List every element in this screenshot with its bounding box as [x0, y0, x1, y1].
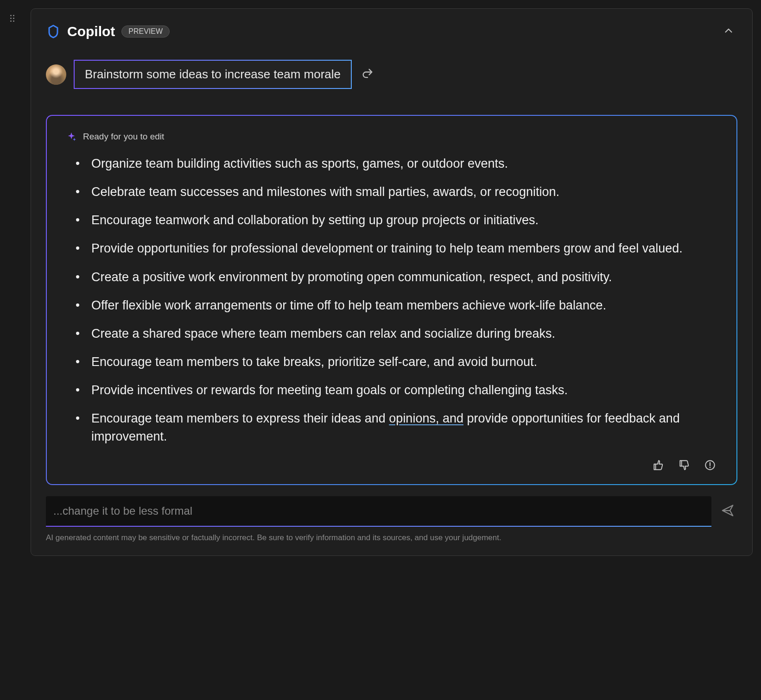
send-button[interactable] — [718, 501, 737, 522]
list-item[interactable]: Organize team building activities such a… — [78, 155, 717, 173]
list-item[interactable]: Offer flexible work arrangements or time… — [78, 296, 717, 315]
list-item[interactable]: Provide incentives or rewards for meetin… — [78, 381, 717, 399]
list-item[interactable]: Encourage teamwork and collaboration by … — [78, 211, 717, 229]
list-item[interactable]: Encourage team members to take breaks, p… — [78, 353, 717, 371]
user-avatar — [46, 64, 66, 85]
ready-row: Ready for you to edit — [66, 132, 717, 142]
input-area — [46, 496, 737, 527]
thumbs-up-button[interactable] — [652, 459, 665, 472]
svg-point-2 — [710, 467, 711, 468]
response-card: Ready for you to edit Organize team buil… — [46, 115, 737, 485]
response-list: Organize team building activities such a… — [66, 155, 717, 446]
report-button[interactable] — [704, 459, 717, 472]
list-item-text-pre: Encourage team members to express their … — [91, 411, 389, 425]
ready-label: Ready for you to edit — [83, 132, 164, 142]
thumbs-down-icon — [678, 459, 690, 471]
undo-button[interactable] — [359, 65, 376, 84]
thumbs-down-button[interactable] — [678, 459, 691, 472]
list-item[interactable]: Create a positive work environment by pr… — [78, 268, 717, 286]
prompt-input[interactable] — [46, 496, 711, 527]
drag-handle[interactable] — [10, 15, 14, 22]
disclaimer-text: AI generated content may be sensitive or… — [46, 533, 737, 542]
grammar-suggestion[interactable]: opinions, and — [389, 411, 463, 425]
list-item[interactable]: Create a shared space where team members… — [78, 325, 717, 343]
send-icon — [721, 504, 735, 517]
list-item[interactable]: Encourage team members to express their … — [78, 410, 717, 446]
chevron-up-icon — [723, 25, 735, 37]
list-item[interactable]: Celebrate team successes and milestones … — [78, 183, 717, 201]
copilot-panel: Copilot PREVIEW Brainstorm some ideas to… — [31, 8, 753, 556]
feedback-row — [66, 459, 717, 472]
undo-icon — [361, 67, 374, 80]
list-item[interactable]: Provide opportunities for professional d… — [78, 240, 717, 258]
copilot-logo-icon — [46, 24, 61, 39]
prompt-row: Brainstorm some ideas to increase team m… — [46, 60, 737, 89]
alert-icon — [704, 459, 716, 471]
panel-header: Copilot PREVIEW — [46, 22, 737, 41]
header-brand: Copilot PREVIEW — [46, 24, 170, 39]
sparkle-icon — [66, 132, 76, 142]
collapse-button[interactable] — [720, 22, 737, 41]
prompt-pill[interactable]: Brainstorm some ideas to increase team m… — [74, 60, 352, 89]
preview-badge: PREVIEW — [121, 25, 170, 38]
panel-title: Copilot — [67, 24, 115, 39]
thumbs-up-icon — [652, 459, 664, 471]
